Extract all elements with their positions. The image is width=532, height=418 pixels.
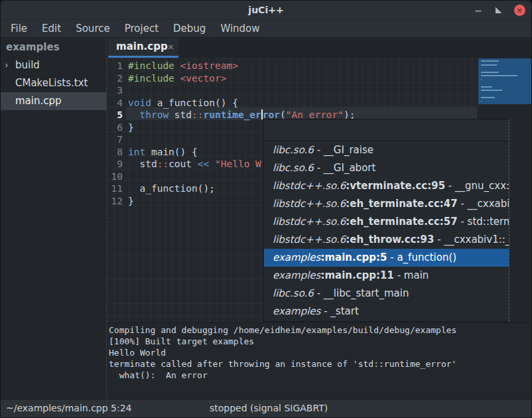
code-segment: throw	[139, 109, 168, 120]
line-number: 4	[107, 97, 126, 109]
terminal-output[interactable]: Compiling and debugging /home/eidheim/ex…	[107, 322, 532, 400]
tab-label: main.cpp	[116, 38, 168, 56]
close-button[interactable]: ×	[511, 1, 527, 20]
minimap-line	[481, 86, 492, 88]
frame-library: libstdc++.so.6	[273, 216, 346, 228]
status-debug-state: stopped (signal SIGABRT)	[210, 399, 328, 417]
menu-item-project[interactable]: Project	[117, 20, 166, 37]
minimize-button[interactable]: −	[470, 1, 486, 20]
menu-item-debug[interactable]: Debug	[166, 20, 213, 37]
menu-bar: FileEditSourceProjectDebugWindow	[1, 20, 531, 38]
menu-item-edit[interactable]: Edit	[34, 20, 68, 37]
code-text: a_function();	[126, 182, 215, 195]
frame-function: - _start	[320, 305, 358, 317]
stack-frame-item[interactable]: libstdc++.so.6:vterminate.cc:95 - __gnu_…	[264, 177, 509, 195]
line-number: 3	[107, 84, 126, 97]
code-segment: #include	[128, 73, 174, 84]
code-text: #include <iostream>	[126, 60, 238, 72]
line-number: 10	[107, 171, 126, 183]
frame-file-line: :eh_terminate.cc:57	[346, 216, 457, 228]
line-number: 2	[107, 72, 126, 85]
restore-button[interactable]	[490, 1, 506, 20]
code-segment	[174, 60, 180, 71]
minimap-line	[481, 72, 499, 73]
minimap-line	[481, 101, 482, 102]
code-segment: <iostream>	[180, 60, 238, 71]
minimize-icon: −	[474, 5, 482, 16]
expander-icon[interactable]: ›	[5, 56, 9, 74]
window-title: juCi++	[1, 1, 531, 20]
frame-file-line: :main.cpp:5	[320, 251, 387, 263]
stack-frame-item[interactable]: examples:main.cpp:5 - a_function()	[264, 249, 509, 267]
title-bar[interactable]: juCi++ − ×	[1, 1, 531, 20]
stack-frame-item[interactable]: libc.so.6 - __GI_abort	[264, 159, 509, 177]
tab-bar: main.cpp ×	[107, 38, 532, 58]
code-line: 4void a_function() {	[107, 97, 477, 109]
frame-library: libstdc++.so.6	[273, 234, 346, 245]
stack-frame-item[interactable]: libc.so.6 - __libc_start_main	[264, 285, 509, 303]
minimap-line	[481, 64, 497, 66]
stack-frame-item[interactable]: examples:main.cpp:11 - main	[264, 267, 509, 285]
line-number: 8	[107, 146, 126, 159]
file-tree-panel: examples ›buildCMakeLists.txtmain.cpp	[1, 38, 106, 399]
code-segment: #include	[128, 60, 174, 71]
status-bar: ~/examples/main.cpp 5:24 stopped (signal…	[1, 399, 531, 417]
frame-function: - __GI_abort	[314, 162, 375, 174]
code-segment: a_function() {	[151, 98, 238, 108]
sidebar-item-main-cpp[interactable]: main.cpp	[1, 92, 106, 110]
code-segment: runtime_er	[204, 109, 261, 120]
stack-trace-popup: libc.so.6 - __GI_raiselibc.so.6 - __GI_a…	[263, 119, 509, 322]
code-editor[interactable]: 1#include <iostream>2#include <vector>34…	[107, 58, 532, 322]
restore-icon	[496, 7, 501, 13]
frame-function: - __GI_raise	[314, 144, 373, 156]
stack-frame-item[interactable]: libc.so.6 - __GI_raise	[264, 141, 509, 159]
code-segment	[209, 159, 215, 169]
file-label: build	[15, 59, 40, 71]
frame-function: - a_function()	[387, 251, 456, 263]
stack-search-box[interactable]	[264, 119, 509, 141]
line-number: 11	[107, 182, 126, 195]
file-tree-list: ›buildCMakeLists.txtmain.cpp	[1, 56, 106, 110]
code-text: std::cout << "Hello W	[126, 158, 261, 171]
code-text: void a_function() {	[126, 97, 238, 109]
overview-map-viewport[interactable]	[478, 58, 531, 104]
file-label: CMakeLists.txt	[15, 77, 88, 89]
frame-library: libc.so.6	[273, 144, 314, 156]
frame-library: libc.so.6	[273, 162, 314, 174]
minimap-line	[481, 79, 482, 80]
sidebar-item-build[interactable]: ›build	[1, 56, 106, 74]
code-segment: a_function();	[128, 183, 215, 194]
stack-frame-item[interactable]: libstdc++.so.6:eh_throw.cc:93 - __cxxabi…	[264, 231, 509, 249]
code-segment: }	[128, 196, 134, 206]
menu-item-file[interactable]: File	[3, 20, 34, 37]
minimap-line	[481, 90, 502, 91]
frame-file-line: :eh_throw.cc:93	[346, 234, 434, 245]
stack-frame-item[interactable]: libstdc++.so.6:eh_terminate.cc:47 - __cx…	[264, 195, 509, 213]
frame-function: - __gnu_cxx::__verbos	[445, 180, 509, 192]
tab-main-cpp[interactable]: main.cpp ×	[108, 38, 178, 58]
code-line: 3	[107, 84, 477, 97]
menu-item-source[interactable]: Source	[68, 20, 117, 37]
frame-function: - main	[394, 269, 429, 281]
menu-item-window[interactable]: Window	[213, 20, 267, 37]
code-segment: std	[168, 109, 192, 120]
line-number: 9	[107, 158, 126, 171]
main-area: main.cpp × 1#include <iostream>2#include…	[107, 38, 532, 399]
project-header: examples	[1, 38, 106, 56]
frame-function: - __cxxabiv1::__tern	[458, 198, 509, 210]
code-segment: cout	[168, 159, 198, 169]
close-icon: ×	[514, 5, 525, 16]
stack-frame-item[interactable]: examples - _start	[264, 303, 509, 320]
line-number: 1	[107, 60, 126, 72]
code-segment: "Hello W	[215, 159, 261, 169]
line-number: 12	[107, 195, 126, 208]
minimap-line	[481, 97, 495, 98]
file-label: main.cpp	[15, 95, 62, 107]
code-segment: }	[128, 122, 134, 133]
tab-close-icon[interactable]: ×	[167, 38, 174, 56]
stack-list: libc.so.6 - __GI_raiselibc.so.6 - __GI_a…	[264, 141, 509, 320]
frame-library: libc.so.6	[273, 287, 314, 299]
code-segment	[128, 109, 139, 120]
stack-frame-item[interactable]: libstdc++.so.6:eh_terminate.cc:57 - std:…	[264, 213, 509, 231]
sidebar-item-cmakelists-txt[interactable]: CMakeLists.txt	[1, 74, 106, 92]
